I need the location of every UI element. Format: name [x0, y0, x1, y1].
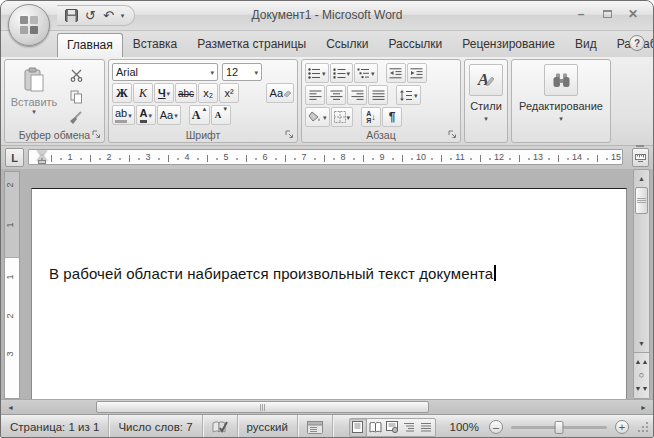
- qat-customize-button[interactable]: ▾: [121, 12, 125, 19]
- help-button[interactable]: ?: [629, 35, 645, 51]
- editing-button[interactable]: [544, 64, 578, 96]
- document-text[interactable]: В рабочей области набирается произвольны…: [49, 265, 496, 282]
- ribbon-tab-1[interactable]: Главная: [57, 33, 123, 57]
- horizontal-scroll-thumb[interactable]: [96, 401, 429, 413]
- strikethrough-button[interactable]: abc: [175, 83, 197, 103]
- close-button[interactable]: ✕: [623, 6, 643, 21]
- shrink-font-button[interactable]: А ▼: [211, 105, 231, 125]
- scissors-icon: [70, 69, 83, 82]
- zoom-slider-thumb[interactable]: [555, 421, 564, 434]
- save-button[interactable]: [65, 9, 78, 22]
- numbering-button[interactable]: ▾: [330, 63, 354, 83]
- paste-button[interactable]: Вставить ▾: [8, 63, 60, 127]
- clear-formatting-button[interactable]: Аа: [266, 83, 294, 103]
- format-painter-button[interactable]: [66, 109, 86, 126]
- ruler-tick: [41, 158, 43, 160]
- ruler-number: 3: [145, 152, 150, 162]
- borders-button[interactable]: ▾: [331, 107, 354, 127]
- ribbon-tab-3[interactable]: Разметка страницы: [187, 32, 316, 57]
- italic-label: К: [139, 86, 147, 101]
- outline-view-button[interactable]: [401, 419, 418, 436]
- editing-group[interactable]: Редактирование ▾: [511, 59, 611, 143]
- previous-page-button[interactable]: ▲▲: [635, 360, 649, 364]
- ruler-tick: [99, 158, 101, 160]
- horizontal-scrollbar[interactable]: ◄ ►: [1, 399, 653, 414]
- ribbon-tab-2[interactable]: Вставка: [123, 32, 188, 57]
- increase-indent-button[interactable]: [407, 63, 427, 83]
- zoom-slider[interactable]: [511, 426, 607, 429]
- align-center-button[interactable]: [326, 85, 346, 105]
- scroll-left-button[interactable]: ◄: [3, 401, 18, 414]
- font-name-combobox[interactable]: Arial ▾: [112, 63, 218, 81]
- ribbon-tab-7[interactable]: Вид: [565, 32, 607, 57]
- bullets-button[interactable]: ▾: [305, 63, 329, 83]
- next-page-button[interactable]: ▼▼: [635, 387, 649, 391]
- bold-button[interactable]: Ж: [112, 83, 132, 103]
- web-layout-view-button[interactable]: [384, 419, 401, 436]
- bold-label: Ж: [116, 86, 128, 101]
- status-right-cluster: 100% – +: [349, 418, 653, 437]
- paragraph-dialog-launcher[interactable]: [448, 130, 458, 140]
- office-button[interactable]: [8, 4, 50, 46]
- clipboard-icon: [23, 67, 45, 93]
- shading-button[interactable]: ▾: [305, 107, 330, 127]
- ribbon-tab-4[interactable]: Ссылки: [316, 32, 378, 57]
- subscript-button[interactable]: x₂: [198, 83, 218, 103]
- font-size-combobox[interactable]: 12 ▾: [222, 63, 262, 81]
- page-number-indicator[interactable]: Страница: 1 из 1: [1, 415, 109, 438]
- zoom-level-button[interactable]: 100%: [450, 421, 479, 433]
- line-spacing-button[interactable]: ▾: [396, 85, 421, 105]
- document-page[interactable]: В рабочей области набирается произвольны…: [31, 188, 627, 399]
- multilevel-list-button[interactable]: ▾: [354, 63, 378, 83]
- styles-group[interactable]: А Стили ▾: [464, 59, 508, 143]
- change-case-button[interactable]: Aa ▾: [157, 105, 181, 125]
- show-marks-button[interactable]: ¶: [382, 107, 402, 127]
- select-browse-object-button[interactable]: ○: [639, 371, 644, 380]
- ruler-tick: [567, 158, 569, 160]
- tab-selector-button[interactable]: L: [5, 148, 24, 167]
- print-layout-view-button[interactable]: [350, 419, 367, 436]
- ruler-toggle-button[interactable]: [632, 148, 649, 167]
- clipboard-small-buttons: [60, 63, 86, 127]
- left-indent-marker[interactable]: [38, 160, 46, 164]
- minimize-button[interactable]: –: [571, 6, 591, 21]
- fullscreen-reading-view-button[interactable]: [367, 419, 384, 436]
- draft-view-button[interactable]: [418, 419, 435, 436]
- grow-font-button[interactable]: А ▲: [189, 105, 211, 125]
- italic-button[interactable]: К: [133, 83, 153, 103]
- scroll-right-button[interactable]: ►: [636, 401, 651, 414]
- scroll-down-button[interactable]: ▼: [635, 336, 648, 351]
- align-left-button[interactable]: [305, 85, 325, 105]
- ribbon-tab-6[interactable]: Рецензирование: [452, 32, 565, 57]
- macro-record-button[interactable]: [298, 415, 333, 438]
- highlight-color-button[interactable]: ab ▾: [112, 105, 135, 125]
- redo-button[interactable]: ↶: [103, 9, 114, 22]
- ribbon-tab-5[interactable]: Рассылки: [378, 32, 452, 57]
- pencil-icon: [486, 77, 494, 87]
- superscript-button[interactable]: x²: [219, 83, 239, 103]
- align-right-button[interactable]: [347, 85, 367, 105]
- sort-button[interactable]: АЯ ↓: [361, 107, 381, 127]
- scroll-up-button[interactable]: ▲: [635, 171, 648, 186]
- undo-button[interactable]: ↺: [85, 9, 96, 22]
- vertical-scrollbar[interactable]: ▲ ▼ ▲▲ ○ ▼▼: [633, 169, 650, 399]
- language-indicator[interactable]: русский: [238, 415, 298, 438]
- justify-button[interactable]: [368, 85, 388, 105]
- split-handle[interactable]: [636, 145, 644, 147]
- cut-button[interactable]: [66, 67, 86, 84]
- underline-button[interactable]: Ч ▾: [154, 83, 174, 103]
- zoom-out-button[interactable]: –: [489, 420, 503, 434]
- word-count-indicator[interactable]: Число слов: 7: [109, 415, 202, 438]
- resize-grip[interactable]: [637, 420, 649, 434]
- maximize-button[interactable]: [597, 6, 617, 21]
- ruler-tick: [255, 158, 257, 160]
- styles-button[interactable]: А: [469, 64, 503, 96]
- decrease-indent-button[interactable]: [386, 63, 406, 83]
- clipboard-dialog-launcher[interactable]: [92, 130, 102, 140]
- vertical-scroll-thumb[interactable]: [635, 187, 648, 214]
- zoom-in-button[interactable]: +: [615, 420, 629, 434]
- font-color-button[interactable]: А ▾: [136, 105, 156, 125]
- spellcheck-indicator[interactable]: [203, 415, 238, 438]
- copy-button[interactable]: [66, 88, 86, 105]
- font-dialog-launcher[interactable]: [285, 130, 295, 140]
